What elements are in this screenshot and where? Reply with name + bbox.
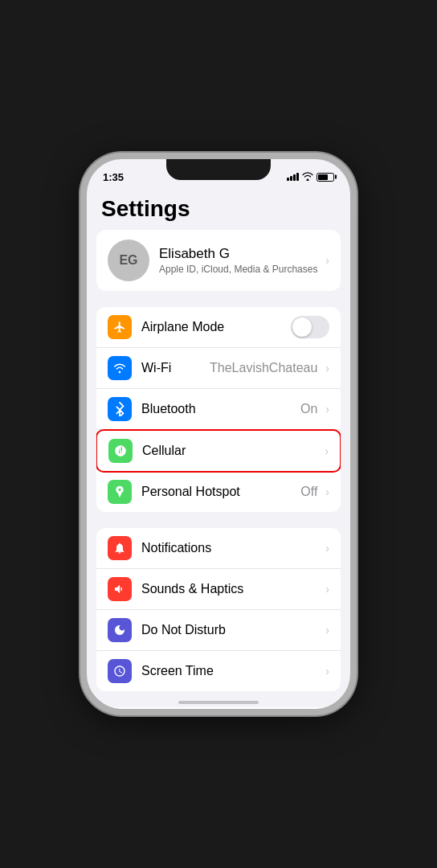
screen-time-row[interactable]: Screen Time ›	[96, 651, 341, 691]
personal-hotspot-value: Off	[300, 485, 317, 499]
bluetooth-icon	[108, 397, 132, 421]
notifications-label: Notifications	[141, 541, 321, 555]
airplane-mode-icon	[108, 315, 132, 339]
connectivity-group: Airplane Mode	[87, 307, 350, 512]
notifications-chevron-icon: ›	[325, 542, 329, 555]
sounds-haptics-row[interactable]: Sounds & Haptics ›	[96, 569, 341, 610]
volume-up-button[interactable]	[80, 272, 82, 312]
general-group: General › Control	[87, 707, 350, 709]
airplane-mode-toggle-thumb	[292, 317, 312, 337]
cellular-icon	[108, 439, 133, 463]
wifi-value: TheLavishChateau	[210, 361, 317, 375]
notifications-group: Notifications › Sounds & Haptics ›	[87, 528, 350, 691]
cellular-row[interactable]: Cellular ›	[96, 429, 341, 473]
power-button[interactable]	[355, 256, 357, 304]
phone-frame: 1:35	[80, 153, 357, 715]
signal-bars-icon	[287, 173, 299, 181]
profile-section[interactable]: EG Elisabeth G Apple ID, iCloud, Media &…	[96, 230, 341, 291]
do-not-disturb-icon	[108, 618, 132, 642]
wifi-label: Wi-Fi	[141, 361, 210, 375]
status-time: 1:35	[103, 171, 124, 183]
profile-subtitle: Apple ID, iCloud, Media & Purchases	[159, 264, 321, 275]
notch	[166, 159, 271, 180]
do-not-disturb-row[interactable]: Do Not Disturb ›	[96, 610, 341, 651]
screen-time-chevron-icon: ›	[325, 665, 329, 678]
airplane-mode-toggle[interactable]	[291, 316, 329, 338]
cellular-chevron-icon: ›	[325, 444, 329, 457]
wifi-status-icon	[302, 172, 313, 182]
home-indicator[interactable]	[178, 701, 259, 704]
profile-row[interactable]: EG Elisabeth G Apple ID, iCloud, Media &…	[96, 230, 341, 291]
general-row[interactable]: General ›	[96, 707, 341, 709]
profile-chevron-icon: ›	[325, 254, 329, 267]
personal-hotspot-icon	[108, 480, 132, 504]
wifi-chevron-icon: ›	[325, 362, 329, 375]
screen-time-icon	[108, 659, 132, 683]
status-icons	[287, 172, 334, 182]
do-not-disturb-chevron-icon: ›	[325, 624, 329, 637]
profile-info: Elisabeth G Apple ID, iCloud, Media & Pu…	[159, 246, 321, 275]
connectivity-list: Airplane Mode	[96, 307, 341, 512]
personal-hotspot-label: Personal Hotspot	[141, 485, 300, 499]
screen-time-label: Screen Time	[141, 664, 321, 678]
general-list: General › Control	[96, 707, 341, 709]
do-not-disturb-label: Do Not Disturb	[141, 623, 321, 637]
notifications-list: Notifications › Sounds & Haptics ›	[96, 528, 341, 691]
airplane-mode-row[interactable]: Airplane Mode	[96, 307, 341, 348]
wifi-icon	[108, 356, 132, 380]
bluetooth-chevron-icon: ›	[325, 403, 329, 416]
bluetooth-label: Bluetooth	[141, 402, 300, 416]
sounds-haptics-chevron-icon: ›	[325, 583, 329, 596]
bluetooth-value: On	[300, 402, 317, 416]
phone-screen: 1:35	[87, 159, 350, 709]
cellular-label: Cellular	[142, 444, 320, 458]
volume-down-button[interactable]	[80, 320, 82, 360]
signal-bar-1	[287, 178, 289, 181]
notifications-row[interactable]: Notifications ›	[96, 528, 341, 569]
battery-fill	[318, 174, 328, 180]
notifications-icon	[108, 536, 132, 560]
sounds-haptics-icon	[108, 577, 132, 601]
battery-icon	[317, 173, 334, 182]
signal-bar-4	[296, 173, 299, 181]
personal-hotspot-row[interactable]: Personal Hotspot Off ›	[96, 472, 341, 512]
signal-bar-2	[290, 176, 292, 181]
screen-content[interactable]: Settings EG Elisabeth G Apple ID, iCloud…	[87, 190, 350, 709]
personal-hotspot-chevron-icon: ›	[325, 485, 329, 498]
airplane-mode-label: Airplane Mode	[141, 320, 291, 334]
profile-name: Elisabeth G	[159, 246, 321, 262]
page-title: Settings	[87, 190, 350, 230]
wifi-row[interactable]: Wi-Fi TheLavishChateau ›	[96, 348, 341, 389]
mute-switch[interactable]	[80, 231, 82, 256]
sounds-haptics-label: Sounds & Haptics	[141, 582, 321, 596]
avatar: EG	[108, 240, 149, 281]
bluetooth-row[interactable]: Bluetooth On ›	[96, 389, 341, 430]
signal-bar-3	[293, 174, 296, 181]
